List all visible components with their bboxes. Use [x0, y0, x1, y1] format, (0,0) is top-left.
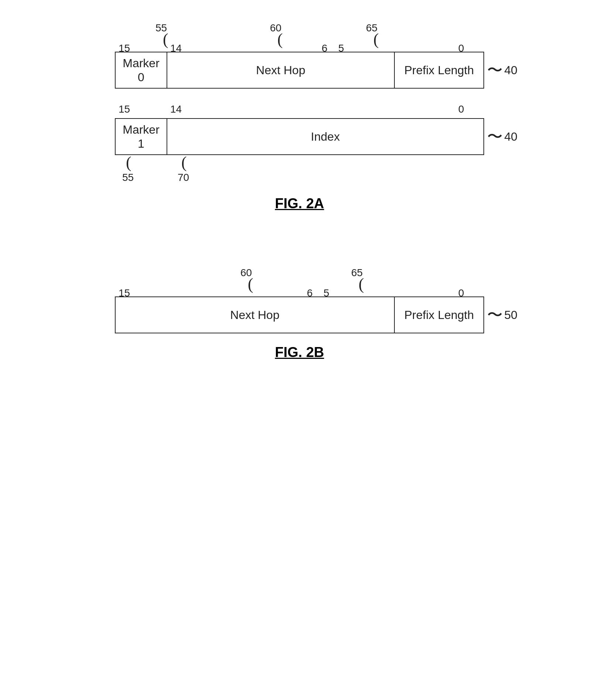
curve-65-row1: ( — [373, 31, 379, 48]
fig2a-row2-box: Marker1 Index 〜 40 — [115, 118, 484, 155]
fig2a-section: 55 60 65 ( ( ( 15 14 6 5 0 Marker0 Next … — [115, 22, 484, 215]
prefix-length-cell-fig2b: Prefix Length — [395, 297, 483, 333]
marker-0-cell: Marker0 — [116, 52, 167, 88]
squiggle-icon-fig2b: 〜 — [487, 305, 503, 325]
fig2a-row2-below: ( ( 55 70 — [115, 155, 484, 185]
bit-num-55-bottom: 55 — [122, 172, 134, 183]
ref-50-fig2b: 〜 50 — [487, 305, 517, 325]
bit-pos-15-row2: 15 — [119, 103, 130, 115]
register-row2: Marker1 Index — [115, 118, 484, 155]
fig2a-row1-box: Marker0 Next Hop Prefix Length 〜 40 — [115, 52, 484, 89]
bit-pos-0-row2: 0 — [458, 103, 464, 115]
curve-55-below: ( — [126, 157, 131, 173]
fig2a-row2-container: 15 14 0 Marker1 Index 〜 40 ( ( — [115, 103, 484, 185]
fig2a-row2-above: 15 14 0 — [115, 103, 484, 118]
index-cell: Index — [167, 119, 483, 154]
fig2b-row1-box: Next Hop Prefix Length 〜 50 — [115, 296, 484, 333]
squiggle-icon-row1: 〜 — [487, 60, 503, 80]
fig2b-row1-above: 60 65 ( ( 15 6 5 0 — [115, 267, 484, 296]
fig2a-row1-container: 55 60 65 ( ( ( 15 14 6 5 0 Marker0 Next … — [115, 22, 484, 89]
curve-70-below: ( — [181, 157, 187, 173]
fig2b-row1-container: 60 65 ( ( 15 6 5 0 Next Hop Prefix Lengt… — [115, 267, 484, 333]
marker-1-cell: Marker1 — [116, 119, 167, 154]
register-row1: Marker0 Next Hop Prefix Length — [115, 52, 484, 89]
curve-60-row1: ( — [277, 31, 283, 48]
ref-40-row2: 〜 40 — [487, 126, 517, 147]
fig2b-section: 60 65 ( ( 15 6 5 0 Next Hop Prefix Lengt… — [115, 267, 484, 364]
fig2a-row1-above: 55 60 65 ( ( ( 15 14 6 5 0 — [115, 22, 484, 52]
prefix-length-cell-row1: Prefix Length — [395, 52, 483, 88]
register-fig2b: Next Hop Prefix Length — [115, 296, 484, 333]
bit-pos-14-row2: 14 — [170, 103, 182, 115]
fig2a-label: FIG. 2A — [115, 196, 484, 212]
squiggle-icon-row2: 〜 — [487, 126, 503, 147]
next-hop-cell-row1: Next Hop — [167, 52, 395, 88]
bit-num-70-bottom: 70 — [178, 172, 189, 183]
curve-60-fig2b: ( — [248, 276, 253, 292]
fig2b-label: FIG. 2B — [115, 344, 484, 360]
curve-65-fig2b: ( — [359, 276, 364, 292]
ref-40-row1: 〜 40 — [487, 60, 517, 80]
next-hop-cell-fig2b: Next Hop — [116, 297, 395, 333]
curve-55-row1: ( — [163, 31, 168, 48]
